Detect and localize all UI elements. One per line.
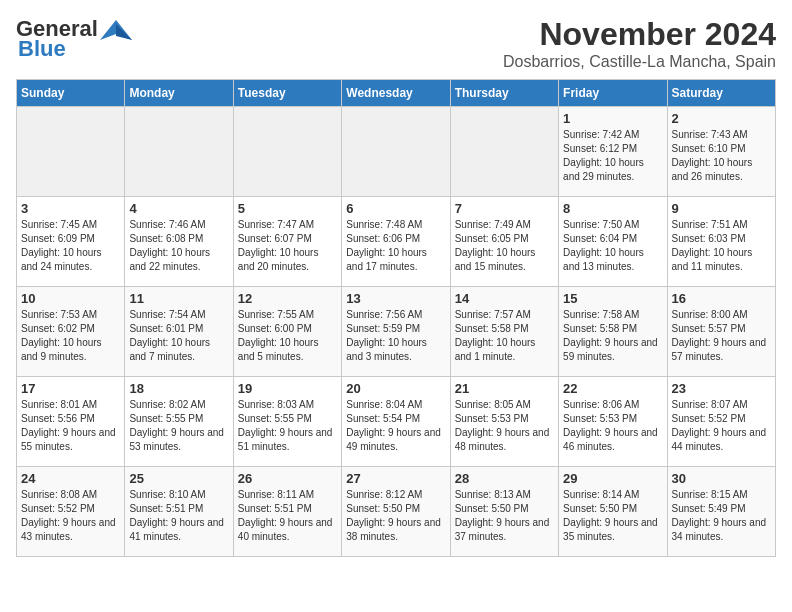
weekday-header-wednesday: Wednesday: [342, 80, 450, 107]
calendar-cell: 10Sunrise: 7:53 AM Sunset: 6:02 PM Dayli…: [17, 287, 125, 377]
day-info: Sunrise: 7:43 AM Sunset: 6:10 PM Dayligh…: [672, 128, 771, 184]
day-info: Sunrise: 8:04 AM Sunset: 5:54 PM Dayligh…: [346, 398, 445, 454]
day-info: Sunrise: 8:07 AM Sunset: 5:52 PM Dayligh…: [672, 398, 771, 454]
calendar-cell: 17Sunrise: 8:01 AM Sunset: 5:56 PM Dayli…: [17, 377, 125, 467]
day-number: 16: [672, 291, 771, 306]
day-info: Sunrise: 7:58 AM Sunset: 5:58 PM Dayligh…: [563, 308, 662, 364]
week-row-4: 17Sunrise: 8:01 AM Sunset: 5:56 PM Dayli…: [17, 377, 776, 467]
calendar-table: SundayMondayTuesdayWednesdayThursdayFrid…: [16, 79, 776, 557]
day-number: 24: [21, 471, 120, 486]
month-year-title: November 2024: [503, 16, 776, 53]
day-number: 8: [563, 201, 662, 216]
day-number: 10: [21, 291, 120, 306]
weekday-header-monday: Monday: [125, 80, 233, 107]
week-row-1: 1Sunrise: 7:42 AM Sunset: 6:12 PM Daylig…: [17, 107, 776, 197]
day-info: Sunrise: 7:50 AM Sunset: 6:04 PM Dayligh…: [563, 218, 662, 274]
weekday-header-row: SundayMondayTuesdayWednesdayThursdayFrid…: [17, 80, 776, 107]
day-info: Sunrise: 7:57 AM Sunset: 5:58 PM Dayligh…: [455, 308, 554, 364]
day-number: 14: [455, 291, 554, 306]
location-subtitle: Dosbarrios, Castille-La Mancha, Spain: [503, 53, 776, 71]
day-number: 13: [346, 291, 445, 306]
day-number: 18: [129, 381, 228, 396]
day-info: Sunrise: 7:47 AM Sunset: 6:07 PM Dayligh…: [238, 218, 337, 274]
day-number: 6: [346, 201, 445, 216]
week-row-2: 3Sunrise: 7:45 AM Sunset: 6:09 PM Daylig…: [17, 197, 776, 287]
day-info: Sunrise: 8:15 AM Sunset: 5:49 PM Dayligh…: [672, 488, 771, 544]
calendar-cell: [125, 107, 233, 197]
weekday-header-sunday: Sunday: [17, 80, 125, 107]
calendar-cell: 25Sunrise: 8:10 AM Sunset: 5:51 PM Dayli…: [125, 467, 233, 557]
calendar-cell: 16Sunrise: 8:00 AM Sunset: 5:57 PM Dayli…: [667, 287, 775, 377]
day-info: Sunrise: 7:45 AM Sunset: 6:09 PM Dayligh…: [21, 218, 120, 274]
calendar-cell: 24Sunrise: 8:08 AM Sunset: 5:52 PM Dayli…: [17, 467, 125, 557]
day-info: Sunrise: 8:12 AM Sunset: 5:50 PM Dayligh…: [346, 488, 445, 544]
calendar-cell: 8Sunrise: 7:50 AM Sunset: 6:04 PM Daylig…: [559, 197, 667, 287]
weekday-header-tuesday: Tuesday: [233, 80, 341, 107]
calendar-cell: 13Sunrise: 7:56 AM Sunset: 5:59 PM Dayli…: [342, 287, 450, 377]
calendar-cell: 3Sunrise: 7:45 AM Sunset: 6:09 PM Daylig…: [17, 197, 125, 287]
calendar-cell: 23Sunrise: 8:07 AM Sunset: 5:52 PM Dayli…: [667, 377, 775, 467]
day-info: Sunrise: 7:49 AM Sunset: 6:05 PM Dayligh…: [455, 218, 554, 274]
calendar-cell: 11Sunrise: 7:54 AM Sunset: 6:01 PM Dayli…: [125, 287, 233, 377]
week-row-5: 24Sunrise: 8:08 AM Sunset: 5:52 PM Dayli…: [17, 467, 776, 557]
day-number: 27: [346, 471, 445, 486]
day-number: 2: [672, 111, 771, 126]
day-number: 26: [238, 471, 337, 486]
calendar-cell: 26Sunrise: 8:11 AM Sunset: 5:51 PM Dayli…: [233, 467, 341, 557]
day-number: 19: [238, 381, 337, 396]
day-info: Sunrise: 8:14 AM Sunset: 5:50 PM Dayligh…: [563, 488, 662, 544]
day-number: 20: [346, 381, 445, 396]
day-info: Sunrise: 7:48 AM Sunset: 6:06 PM Dayligh…: [346, 218, 445, 274]
week-row-3: 10Sunrise: 7:53 AM Sunset: 6:02 PM Dayli…: [17, 287, 776, 377]
weekday-header-saturday: Saturday: [667, 80, 775, 107]
calendar-cell: 6Sunrise: 7:48 AM Sunset: 6:06 PM Daylig…: [342, 197, 450, 287]
day-info: Sunrise: 8:06 AM Sunset: 5:53 PM Dayligh…: [563, 398, 662, 454]
day-info: Sunrise: 8:08 AM Sunset: 5:52 PM Dayligh…: [21, 488, 120, 544]
day-info: Sunrise: 7:46 AM Sunset: 6:08 PM Dayligh…: [129, 218, 228, 274]
calendar-cell: 2Sunrise: 7:43 AM Sunset: 6:10 PM Daylig…: [667, 107, 775, 197]
day-number: 23: [672, 381, 771, 396]
calendar-cell: 21Sunrise: 8:05 AM Sunset: 5:53 PM Dayli…: [450, 377, 558, 467]
calendar-cell: [233, 107, 341, 197]
calendar-cell: 5Sunrise: 7:47 AM Sunset: 6:07 PM Daylig…: [233, 197, 341, 287]
day-number: 17: [21, 381, 120, 396]
day-number: 1: [563, 111, 662, 126]
day-number: 11: [129, 291, 228, 306]
day-number: 25: [129, 471, 228, 486]
calendar-cell: [450, 107, 558, 197]
page-header: General Blue November 2024 Dosbarrios, C…: [16, 16, 776, 71]
day-number: 3: [21, 201, 120, 216]
day-number: 7: [455, 201, 554, 216]
calendar-cell: 12Sunrise: 7:55 AM Sunset: 6:00 PM Dayli…: [233, 287, 341, 377]
calendar-cell: 20Sunrise: 8:04 AM Sunset: 5:54 PM Dayli…: [342, 377, 450, 467]
day-number: 15: [563, 291, 662, 306]
day-info: Sunrise: 8:02 AM Sunset: 5:55 PM Dayligh…: [129, 398, 228, 454]
calendar-cell: 27Sunrise: 8:12 AM Sunset: 5:50 PM Dayli…: [342, 467, 450, 557]
calendar-cell: 4Sunrise: 7:46 AM Sunset: 6:08 PM Daylig…: [125, 197, 233, 287]
day-info: Sunrise: 8:10 AM Sunset: 5:51 PM Dayligh…: [129, 488, 228, 544]
calendar-cell: 29Sunrise: 8:14 AM Sunset: 5:50 PM Dayli…: [559, 467, 667, 557]
day-info: Sunrise: 8:03 AM Sunset: 5:55 PM Dayligh…: [238, 398, 337, 454]
calendar-cell: 9Sunrise: 7:51 AM Sunset: 6:03 PM Daylig…: [667, 197, 775, 287]
day-info: Sunrise: 8:11 AM Sunset: 5:51 PM Dayligh…: [238, 488, 337, 544]
weekday-header-thursday: Thursday: [450, 80, 558, 107]
calendar-cell: 22Sunrise: 8:06 AM Sunset: 5:53 PM Dayli…: [559, 377, 667, 467]
calendar-cell: 28Sunrise: 8:13 AM Sunset: 5:50 PM Dayli…: [450, 467, 558, 557]
day-info: Sunrise: 7:54 AM Sunset: 6:01 PM Dayligh…: [129, 308, 228, 364]
logo: General Blue: [16, 16, 132, 62]
calendar-cell: 1Sunrise: 7:42 AM Sunset: 6:12 PM Daylig…: [559, 107, 667, 197]
day-info: Sunrise: 7:53 AM Sunset: 6:02 PM Dayligh…: [21, 308, 120, 364]
calendar-cell: 18Sunrise: 8:02 AM Sunset: 5:55 PM Dayli…: [125, 377, 233, 467]
calendar-cell: [342, 107, 450, 197]
day-number: 4: [129, 201, 228, 216]
logo-blue-text: Blue: [18, 36, 66, 62]
day-number: 30: [672, 471, 771, 486]
logo-bird-icon: [100, 18, 132, 40]
day-number: 21: [455, 381, 554, 396]
day-number: 12: [238, 291, 337, 306]
day-number: 22: [563, 381, 662, 396]
weekday-header-friday: Friday: [559, 80, 667, 107]
calendar-cell: 7Sunrise: 7:49 AM Sunset: 6:05 PM Daylig…: [450, 197, 558, 287]
calendar-cell: 15Sunrise: 7:58 AM Sunset: 5:58 PM Dayli…: [559, 287, 667, 377]
day-info: Sunrise: 7:55 AM Sunset: 6:00 PM Dayligh…: [238, 308, 337, 364]
